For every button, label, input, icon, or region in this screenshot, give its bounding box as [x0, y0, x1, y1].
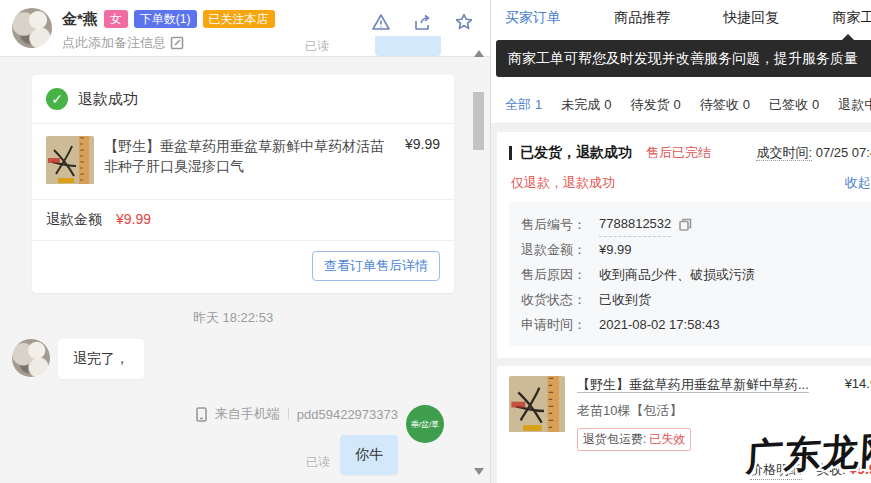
- detail-row-reason: 售后原因： 收到商品少件、破损或污渍: [521, 262, 871, 287]
- order-status-text: 已发货，退款成功: [520, 144, 632, 162]
- add-note-link[interactable]: 点此添加备注信息: [62, 34, 184, 52]
- add-note-label: 点此添加备注信息: [62, 34, 166, 52]
- scroll-up-arrow-icon[interactable]: [474, 50, 484, 57]
- merchant-ticket-tooltip: 商家工单可帮您及时发现并改善服务问题，提升服务质量 ×: [496, 40, 871, 77]
- product-thumbnail: [509, 376, 565, 451]
- message-source-label: 来自手机端: [215, 405, 280, 423]
- buyer-name: 金*燕: [62, 10, 98, 29]
- filter-unfinished[interactable]: 未完成0: [561, 96, 611, 114]
- merchant-message-group: 来自手机端 pdd59422973373 垂/盆/草 已读 你牛: [12, 405, 454, 475]
- gender-badge: 女: [104, 10, 128, 28]
- detail-row-receive-status: 收货状态： 已收到货: [521, 287, 871, 312]
- detail-row-apply-time: 申请时间： 2021-08-02 17:58:43: [521, 312, 871, 337]
- deal-time-value: 07/25 07:44: [816, 145, 871, 160]
- filter-to-receive[interactable]: 待签收0: [700, 96, 750, 114]
- collapse-label: 收起: [844, 174, 870, 192]
- detail-row-aftersale-no: 售后编号： 7788812532: [521, 211, 871, 237]
- aftersale-detail-box: 售后编号： 7788812532 退款金额： ¥9.99 售后原因： 收到商品少…: [509, 202, 871, 346]
- app: 金*燕 女 下单数(1) 已关注本店 点此添加备注信息: [0, 0, 871, 483]
- success-check-icon: ✓: [46, 88, 68, 110]
- tab-merchant-ticket[interactable]: 商家工单: [832, 9, 871, 27]
- copy-icon[interactable]: [679, 218, 692, 231]
- report-warning-icon[interactable]: [371, 13, 391, 32]
- scroll-down-arrow-icon[interactable]: [474, 468, 484, 475]
- view-aftersale-detail-button[interactable]: 查看订单售后详情: [312, 251, 440, 281]
- clipped-message-bubble: [375, 36, 441, 56]
- transfer-icon[interactable]: [413, 13, 432, 32]
- followed-badge: 已关注本店: [203, 10, 275, 28]
- chat-message-list: ✓ 退款成功 【野生】垂盆草药用垂盆草新鲜中草药材活苗非种子肝口臭湿疹口气 ¥9…: [0, 57, 490, 483]
- tab-quick-reply[interactable]: 快捷回复: [723, 9, 779, 27]
- refund-success-card: ✓ 退款成功 【野生】垂盆草药用垂盆草新鲜中草药材活苗非种子肝口臭湿疹口气 ¥9…: [32, 75, 454, 293]
- filter-to-ship[interactable]: 待发货0: [630, 96, 680, 114]
- tab-product-recommend[interactable]: 商品推荐: [614, 9, 670, 27]
- buyer-message-avatar: [12, 339, 50, 377]
- tooltip-text: 商家工单可帮您及时发现并改善服务问题，提升服务质量: [508, 50, 858, 66]
- order-status-card: 已发货，退款成功 售后已完结 成交时间: 07/25 07:44 仅退款，退款成…: [497, 132, 871, 358]
- merchant-message-bubble: 你牛: [340, 435, 398, 475]
- watermark: 广东龙网: [745, 425, 871, 483]
- buyer-avatar: [12, 8, 52, 48]
- filter-refunding[interactable]: 退款中1: [838, 96, 871, 114]
- order-panel-tabs: 买家订单 商品推荐 快捷回复 商家工单: [491, 0, 871, 36]
- filter-received[interactable]: 已签收0: [769, 96, 819, 114]
- freight-insurance-badge: 退货包运费: 已失效: [577, 428, 691, 451]
- buyer-message-bubble: 退完了，: [58, 339, 144, 379]
- order-count-badge: 下单数(1): [134, 10, 197, 28]
- read-receipt-top: 已读: [305, 38, 329, 55]
- order-panel: 买家订单 商品推荐 快捷回复 商家工单 商家工单可帮您及时发现并改善服务问题，提…: [491, 0, 871, 483]
- collapse-link[interactable]: 收起: [844, 174, 871, 192]
- buyer-message-row: 退完了，: [12, 339, 454, 379]
- order-filter-bar: 全部1 未完成0 待发货0 待签收0 已签收0 退款中1: [491, 88, 871, 124]
- refund-status-text: 退款成功: [78, 90, 138, 109]
- tab-buyer-orders[interactable]: 买家订单: [505, 9, 561, 27]
- product-title-link[interactable]: 【野生】垂盆草药用垂盆草新鲜中草药...: [577, 376, 809, 394]
- product-sku: 老苗10棵【包活】: [577, 402, 682, 420]
- detail-row-refund-amount: 退款金额： ¥9.99: [521, 237, 871, 262]
- product-thumbnail: [46, 136, 94, 187]
- buyer-id-label: pdd59422973373: [297, 407, 398, 422]
- edit-note-icon[interactable]: [170, 36, 184, 50]
- scrollbar-thumb[interactable]: [473, 92, 484, 150]
- filter-all[interactable]: 全部1: [505, 96, 542, 114]
- refund-type-text: 仅退款，退款成功: [511, 174, 615, 192]
- aftersale-status-badge: 售后已完结: [646, 144, 711, 162]
- chat-timestamp: 昨天 18:22:53: [12, 309, 454, 327]
- chat-panel: 金*燕 女 下单数(1) 已关注本店 点此添加备注信息: [0, 0, 491, 483]
- meta-separator: [288, 408, 289, 420]
- star-icon[interactable]: [454, 12, 474, 32]
- refund-amount-label: 退款金额: [46, 211, 102, 229]
- status-marker: [509, 146, 512, 160]
- chat-scrollbar[interactable]: [472, 40, 488, 483]
- shop-avatar: 垂/盆/草: [406, 405, 444, 443]
- product-title: 【野生】垂盆草药用垂盆草新鲜中草药材活苗非种子肝口臭湿疹口气: [104, 136, 395, 187]
- product-price: ¥14.99: [835, 376, 871, 394]
- deal-time-label: 成交时间:: [756, 145, 812, 161]
- read-receipt: 已读: [306, 454, 330, 471]
- phone-icon: [196, 407, 207, 422]
- product-price: ¥9.99: [405, 136, 440, 187]
- refund-amount-value: ¥9.99: [116, 211, 151, 229]
